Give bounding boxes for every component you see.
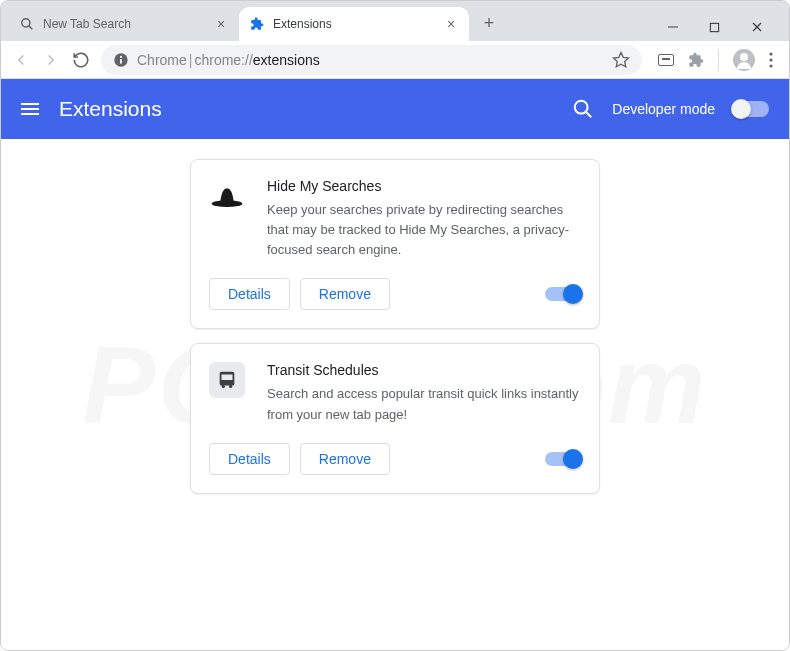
forward-button[interactable]	[41, 50, 61, 70]
hat-icon	[209, 178, 245, 214]
svg-point-10	[769, 52, 772, 55]
bus-icon	[209, 362, 245, 398]
svg-point-7	[120, 55, 122, 57]
toolbar-actions	[652, 49, 779, 71]
close-icon[interactable]: ×	[443, 16, 459, 32]
extension-description: Keep your searches private by redirectin…	[267, 200, 581, 260]
extensions-header: Extensions Developer mode	[1, 79, 789, 139]
reload-button[interactable]	[71, 50, 91, 70]
close-button[interactable]	[751, 21, 767, 33]
extension-name: Transit Schedules	[267, 362, 581, 378]
menu-icon[interactable]	[21, 103, 39, 115]
svg-point-13	[575, 101, 588, 114]
svg-point-18	[222, 385, 225, 388]
svg-line-14	[586, 112, 592, 118]
developer-mode-toggle[interactable]	[733, 101, 769, 117]
browser-toolbar: Chrome|chrome://extensions	[1, 41, 789, 79]
puzzle-icon	[249, 16, 265, 32]
new-tab-button[interactable]: +	[475, 9, 503, 37]
extension-name: Hide My Searches	[267, 178, 581, 194]
site-info-icon[interactable]	[113, 52, 129, 68]
extension-icon[interactable]	[658, 54, 674, 66]
extension-toggle[interactable]	[545, 287, 581, 301]
svg-rect-17	[222, 375, 233, 381]
tab-title: New Tab Search	[43, 17, 205, 31]
back-button[interactable]	[11, 50, 31, 70]
profile-avatar[interactable]	[733, 49, 755, 71]
extension-card: Hide My Searches Keep your searches priv…	[190, 159, 600, 329]
bookmark-star-icon[interactable]	[612, 51, 630, 69]
svg-rect-8	[120, 59, 122, 64]
remove-button[interactable]: Remove	[300, 278, 390, 310]
extension-card: Transit Schedules Search and access popu…	[190, 343, 600, 493]
svg-line-1	[29, 26, 33, 30]
search-icon[interactable]	[572, 98, 594, 120]
menu-icon[interactable]	[769, 52, 773, 68]
svg-point-11	[769, 58, 772, 61]
tab-new-tab-search[interactable]: New Tab Search ×	[9, 7, 239, 41]
minimize-button[interactable]	[667, 21, 683, 33]
extension-icon[interactable]	[688, 52, 704, 68]
address-path: extensions	[253, 52, 320, 68]
window-controls	[667, 21, 781, 41]
extension-description: Search and access popular transit quick …	[267, 384, 581, 424]
tab-extensions[interactable]: Extensions ×	[239, 7, 469, 41]
maximize-button[interactable]	[709, 22, 725, 33]
address-text: Chrome|chrome://extensions	[137, 52, 320, 68]
extension-toggle[interactable]	[545, 452, 581, 466]
address-bar[interactable]: Chrome|chrome://extensions	[101, 45, 642, 75]
svg-marker-9	[614, 52, 629, 66]
tab-title: Extensions	[273, 17, 435, 31]
close-icon[interactable]: ×	[213, 16, 229, 32]
extensions-list: PCrisk.com Hide My Searches Keep your se…	[1, 139, 789, 650]
svg-rect-3	[710, 23, 718, 31]
tab-strip: New Tab Search × Extensions × +	[9, 1, 667, 41]
remove-button[interactable]: Remove	[300, 443, 390, 475]
svg-point-12	[769, 64, 772, 67]
window-titlebar: New Tab Search × Extensions × +	[1, 1, 789, 41]
svg-point-19	[229, 385, 232, 388]
svg-point-0	[22, 19, 30, 27]
page-title: Extensions	[59, 97, 552, 121]
details-button[interactable]: Details	[209, 278, 290, 310]
separator	[718, 49, 719, 71]
developer-mode-label: Developer mode	[612, 101, 715, 117]
address-prefix: Chrome	[137, 52, 187, 68]
details-button[interactable]: Details	[209, 443, 290, 475]
search-icon	[19, 16, 35, 32]
